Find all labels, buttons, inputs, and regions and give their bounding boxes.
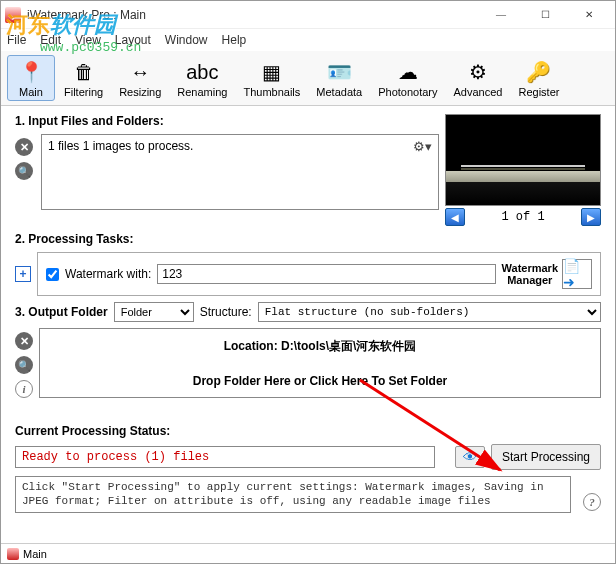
structure-select[interactable]: Flat structure (no sub-folders) [258,302,601,322]
watermark-checkbox[interactable] [46,268,59,281]
toolbar-label: Renaming [177,86,227,98]
menu-view[interactable]: View [75,33,101,47]
start-processing-button[interactable]: Start Processing [491,444,601,470]
location-text: Location: D:\tools\桌面\河东软件园 [224,338,417,355]
menubar: File Edit View Layout Window Help [1,29,615,51]
status-text [15,446,435,468]
toolbar-label: Register [518,86,559,98]
section2-title: 2. Processing Tasks: [15,232,601,246]
advanced-icon: ⚙ [464,58,492,86]
toolbar-filtering[interactable]: 🗑Filtering [57,55,110,101]
toolbar-thumbnails[interactable]: ▦Thumbnails [236,55,307,101]
menu-file[interactable]: File [7,33,26,47]
toolbar-metadata[interactable]: 🪪Metadata [309,55,369,101]
zoom-input-icon[interactable]: 🔍 [15,162,33,180]
photonotary-icon: ☁ [394,58,422,86]
close-button[interactable]: ✕ [567,1,611,29]
preview-eye-button[interactable]: 👁 [455,446,485,468]
zoom-output-icon[interactable]: 🔍 [15,356,33,374]
toolbar-renaming[interactable]: abcRenaming [170,55,234,101]
minimize-button[interactable]: — [479,1,523,29]
output-dropzone[interactable]: Location: D:\tools\桌面\河东软件园 Drop Folder … [39,328,601,398]
clear-output-icon[interactable]: ✕ [15,332,33,350]
toolbar-label: Photonotary [378,86,437,98]
info-output-icon[interactable]: i [15,380,33,398]
toolbar-label: Metadata [316,86,362,98]
toolbar-label: Resizing [119,86,161,98]
statusbar-text: Main [23,548,47,560]
watermark-manager-label: Watermark Manager [502,262,558,286]
pager-text: 1 of 1 [501,210,544,224]
status-title: Current Processing Status: [15,424,601,438]
prev-arrow-icon[interactable]: ◀ [445,208,465,226]
toolbar: 📍Main🗑Filtering↔ResizingabcRenaming▦Thum… [1,51,615,106]
resizing-icon: ↔ [126,58,154,86]
structure-label: Structure: [200,305,252,319]
toolbar-photonotary[interactable]: ☁Photonotary [371,55,444,101]
toolbar-label: Advanced [454,86,503,98]
menu-help[interactable]: Help [222,33,247,47]
next-arrow-icon[interactable]: ▶ [581,208,601,226]
maximize-button[interactable]: ☐ [523,1,567,29]
toolbar-label: Main [19,86,43,98]
preview-image [445,114,601,206]
section1-title: 1. Input Files and Folders: [15,114,439,128]
toolbar-register[interactable]: 🔑Register [511,55,566,101]
remove-input-icon[interactable]: ✕ [15,138,33,156]
app-icon [5,7,21,23]
status-hint: Click "Start Processing" to apply curren… [15,476,571,513]
renaming-icon: abc [188,58,216,86]
toolbar-label: Filtering [64,86,103,98]
watermark-name-input[interactable] [157,264,495,284]
toolbar-label: Thumbnails [243,86,300,98]
menu-edit[interactable]: Edit [40,33,61,47]
main-icon: 📍 [17,58,45,86]
add-task-icon[interactable]: + [15,266,31,282]
toolbar-main[interactable]: 📍Main [7,55,55,101]
thumbnails-icon: ▦ [258,58,286,86]
gear-icon[interactable]: ⚙▾ [413,139,432,154]
filtering-icon: 🗑 [70,58,98,86]
menu-layout[interactable]: Layout [115,33,151,47]
register-icon: 🔑 [525,58,553,86]
watermark-with-label: Watermark with: [65,267,151,281]
menu-window[interactable]: Window [165,33,208,47]
drop-hint: Drop Folder Here or Click Here To Set Fo… [193,374,448,388]
window-title: iWatermark Pro : Main [27,8,479,22]
input-files-box[interactable]: 1 files 1 images to process. ⚙▾ [41,134,439,210]
statusbar-icon [7,548,19,560]
info-status-icon[interactable]: ? [583,493,601,511]
toolbar-advanced[interactable]: ⚙Advanced [447,55,510,101]
toolbar-resizing[interactable]: ↔Resizing [112,55,168,101]
metadata-icon: 🪪 [325,58,353,86]
input-summary: 1 files 1 images to process. [48,139,193,153]
output-type-select[interactable]: Folder [114,302,194,322]
watermark-manager-button[interactable]: 📄➜ [562,259,592,289]
section3-title: 3. Output Folder [15,305,108,319]
